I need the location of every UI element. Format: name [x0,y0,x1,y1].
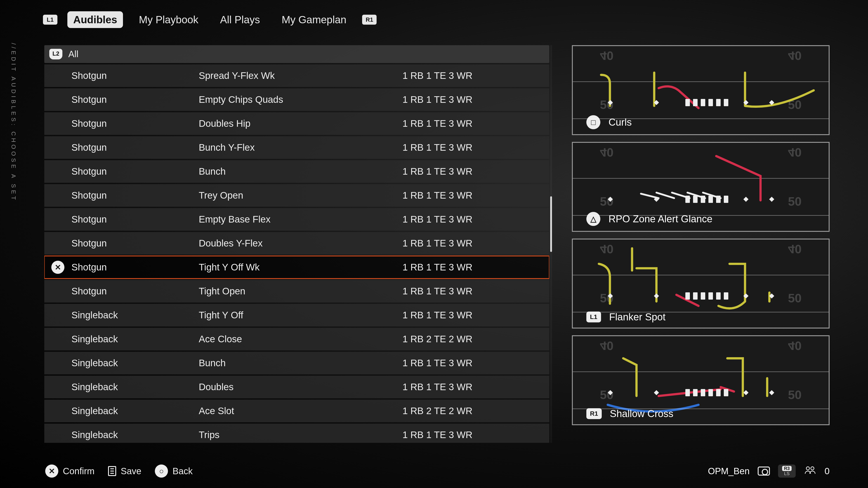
formation-name: Empty Base Flex [199,214,402,225]
formation-name: Tight Open [199,286,402,297]
stick-top-label: R3 [782,466,792,471]
formation-row[interactable]: ✕ShotgunEmpty Chips Quads1 RB 1 TE 3 WR [44,88,549,111]
play-card[interactable]: 40405050 □Curls [572,45,830,135]
save-label: Save [121,466,141,476]
circle-icon: ○ [155,464,168,478]
formation-row[interactable]: ✕ShotgunEmpty Base Flex1 RB 1 TE 3 WR [44,208,549,231]
formation-row[interactable]: ✕ShotgunDoubles Y-Flex1 RB 1 TE 3 WR [44,232,549,255]
formation-row[interactable]: ✕SinglebackTight Y Off1 RB 1 TE 3 WR [44,304,549,326]
formation-set: Shotgun [71,214,199,225]
party-icon[interactable] [804,466,816,477]
formation-personnel: 1 RB 2 TE 2 WR [402,334,542,345]
formation-set: Shotgun [71,70,199,81]
formation-name: Bunch [199,166,402,177]
formation-personnel: 1 RB 1 TE 3 WR [402,310,542,321]
formation-name: Empty Chips Quads [199,94,402,105]
tab-bar: L1 Audibles My Playbook All Plays My Gam… [43,11,377,28]
formation-personnel: 1 RB 1 TE 3 WR [402,429,542,440]
formation-set: Shotgun [71,142,199,153]
formation-name: Spread Y-Flex Wk [199,70,402,81]
formation-personnel: 1 RB 1 TE 3 WR [402,94,542,105]
play-cards: 40405050 □Curls40405050 △RPO Zone Alert … [572,45,830,443]
camera-icon[interactable] [758,466,770,476]
formation-name: Doubles Y-Flex [199,238,402,249]
formation-name: Doubles [199,382,402,392]
formation-set: Singleback [71,334,199,345]
formation-set: Shotgun [71,262,199,273]
formation-name: Ace Slot [199,405,402,416]
formation-set: Shotgun [71,94,199,105]
play-button-icon: R1 [586,408,602,419]
formation-row[interactable]: ✕SinglebackAce Close1 RB 2 TE 2 WR [44,328,549,350]
play-button-icon: L1 [586,312,601,322]
formation-row[interactable]: ✕ShotgunBunch Y-Flex1 RB 1 TE 3 WR [44,136,549,159]
formation-row[interactable]: ✕ShotgunSpread Y-Flex Wk1 RB 1 TE 3 WR [44,64,549,87]
stick-bottom-label: LS [784,471,789,476]
line-of-scrimmage [685,196,728,203]
formation-personnel: 1 RB 2 TE 2 WR [402,405,542,416]
l2-icon: L2 [49,49,62,59]
formation-row[interactable]: ✕ShotgunDoubles Hip1 RB 1 TE 3 WR [44,112,549,135]
formation-name: Bunch Y-Flex [199,142,402,153]
play-name: Shallow Cross [610,408,673,419]
footer-bar: ✕ Confirm Save ○ Back OPM_Ben R3 LS 0 [45,464,830,478]
formation-set: Shotgun [71,190,199,201]
tab-all-plays[interactable]: All Plays [214,11,266,28]
formation-row[interactable]: ✕ShotgunBunch1 RB 1 TE 3 WR [44,160,549,183]
formation-personnel: 1 RB 1 TE 3 WR [402,190,542,201]
confirm-button[interactable]: ✕ Confirm [45,464,94,478]
formation-name: Tight Y Off Wk [199,262,402,273]
formation-row[interactable]: ✕SinglebackAce Slot1 RB 2 TE 2 WR [44,400,549,422]
line-of-scrimmage [685,99,728,106]
formation-personnel: 1 RB 1 TE 3 WR [402,262,542,273]
formation-name: Tight Y Off [199,310,402,321]
formation-set: Shotgun [71,118,199,129]
formation-set: Singleback [71,429,199,440]
tab-my-playbook[interactable]: My Playbook [133,11,204,28]
formation-name: Trey Open [199,190,402,201]
formation-personnel: 1 RB 1 TE 3 WR [402,286,542,297]
formation-personnel: 1 RB 1 TE 3 WR [402,70,542,81]
formation-rows[interactable]: ✕ShotgunSpread Y-Flex Wk1 RB 1 TE 3 WR✕S… [44,64,549,443]
formation-name: Trips [199,429,402,440]
tab-my-gameplan[interactable]: My Gameplan [276,11,352,28]
save-button[interactable]: Save [108,466,141,476]
formation-personnel: 1 RB 1 TE 3 WR [402,382,542,392]
formation-set: Shotgun [71,238,199,249]
play-name: Flanker Spot [609,311,665,323]
filter-label: All [68,49,78,59]
scrollbar-thumb[interactable] [550,196,552,252]
bumper-right-icon: R1 [362,15,377,25]
formation-personnel: 1 RB 1 TE 3 WR [402,142,542,153]
username: OPM_Ben [708,466,750,476]
formation-row[interactable]: ✕ShotgunTrey Open1 RB 1 TE 3 WR [44,184,549,207]
tab-audibles[interactable]: Audibles [67,11,123,28]
play-card[interactable]: 40405050 △RPO Zone Alert Glance [572,142,830,232]
formation-row[interactable]: ✕SinglebackDoubles1 RB 1 TE 3 WR [44,376,549,398]
stick-toggle[interactable]: R3 LS [778,464,796,478]
play-name: RPO Zone Alert Glance [609,213,712,225]
formation-list-pane: L2 All ✕ShotgunSpread Y-Flex Wk1 RB 1 TE… [44,45,549,443]
x-icon: ✕ [51,261,64,274]
formation-row[interactable]: ✕SinglebackBunch1 RB 1 TE 3 WR [44,352,549,375]
formation-personnel: 1 RB 1 TE 3 WR [402,166,542,177]
formation-set: Singleback [71,382,199,392]
party-count: 0 [825,466,830,476]
line-of-scrimmage [685,389,728,396]
play-card[interactable]: 40405050 L1Flanker Spot [572,238,830,328]
formation-row[interactable]: ✕ShotgunTight Y Off Wk1 RB 1 TE 3 WR [44,256,549,279]
line-of-scrimmage [685,292,728,300]
formation-set: Singleback [71,358,199,368]
formation-row[interactable]: ✕ShotgunTight Open1 RB 1 TE 3 WR [44,280,549,302]
formation-set: Singleback [71,310,199,321]
bumper-left-icon: L1 [43,15,57,25]
formation-set: Shotgun [71,286,199,297]
play-card[interactable]: 40405050 R1Shallow Cross [572,335,830,425]
back-button[interactable]: ○ Back [155,464,193,478]
formation-row[interactable]: ✕SinglebackTrips1 RB 1 TE 3 WR [44,424,549,443]
play-button-icon: △ [586,212,600,226]
play-button-icon: □ [586,115,600,129]
svg-point-0 [806,467,809,470]
formation-personnel: 1 RB 1 TE 3 WR [402,238,542,249]
filter-bar[interactable]: L2 All [44,45,549,63]
